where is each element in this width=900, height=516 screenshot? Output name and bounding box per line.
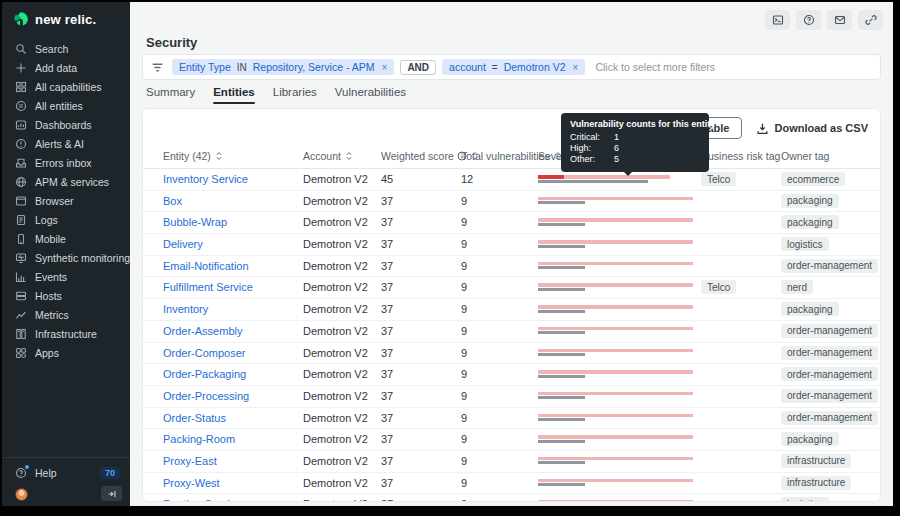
severity-bar[interactable] [538, 457, 698, 465]
severity-bar[interactable] [538, 197, 698, 205]
download-csv-button[interactable]: Download as CSV [756, 122, 868, 135]
entity-link[interactable]: Order-Processing [163, 390, 249, 402]
sidebar-item-label: Synthetic monitoring [35, 252, 130, 264]
events-icon [15, 271, 27, 283]
severity-bar[interactable] [538, 479, 698, 487]
entity-link[interactable]: Delivery [163, 238, 203, 250]
user-avatar[interactable] [15, 488, 28, 501]
entity-link[interactable]: Inventory [163, 303, 208, 315]
sidebar-item-mobile[interactable]: Mobile [2, 229, 130, 248]
severity-bar[interactable] [538, 327, 698, 335]
tab-bar: SummaryEntitiesLibrariesVulnerabilities [146, 86, 406, 104]
tab-vulnerabilities[interactable]: Vulnerabilities [335, 86, 406, 104]
sidebar-item-all-entities[interactable]: All entities [2, 96, 130, 115]
severity-other-segment [538, 266, 585, 269]
synthetic-monitoring-icon [15, 252, 27, 264]
owner-tag-cell: nerd [781, 280, 813, 294]
severity-bar[interactable] [538, 370, 698, 378]
sort-icon[interactable] [345, 151, 353, 161]
entity-link[interactable]: Box [163, 195, 182, 207]
capabilities-icon [15, 81, 27, 93]
owner-tag-cell: packaging [781, 432, 839, 446]
sidebar-item-events[interactable]: Events [2, 267, 130, 286]
entity-link[interactable]: Order-Status [163, 412, 226, 424]
sidebar-item-apm-services[interactable]: APM & services [2, 172, 130, 191]
table-body: Inventory ServiceDemotron V24512Telcoeco… [143, 169, 880, 501]
entity-link[interactable]: Order-Packaging [163, 368, 246, 380]
mail-icon-button[interactable] [827, 10, 852, 30]
sidebar-collapse-button[interactable] [101, 486, 122, 501]
column-header-account[interactable]: Account [303, 150, 353, 162]
total-vulnerabilities-cell: 9 [461, 303, 467, 315]
severity-bar[interactable] [538, 218, 698, 226]
entity-link[interactable]: Proxy-East [163, 455, 217, 467]
sidebar-item-hosts[interactable]: Hosts [2, 286, 130, 305]
entity-link[interactable]: Routing-Service [163, 498, 241, 501]
entity-link[interactable]: Order-Composer [163, 347, 246, 359]
help-circle-icon [803, 14, 815, 26]
severity-bar[interactable] [538, 392, 698, 400]
severity-bar[interactable] [538, 435, 698, 443]
severity-bar[interactable] [538, 305, 698, 313]
sidebar-item-dashboards[interactable]: Dashboards [2, 115, 130, 134]
filter-placeholder[interactable]: Click to select more filters [595, 61, 715, 73]
severity-bar[interactable] [538, 414, 698, 422]
new-relic-logo[interactable]: new relic. [2, 2, 130, 35]
severity-bar[interactable] [538, 262, 698, 270]
entity-link[interactable]: Order-Assembly [163, 325, 242, 337]
filter-conjunction[interactable]: AND [400, 60, 436, 75]
entity-link[interactable]: Bubble-Wrap [163, 216, 227, 228]
entity-link[interactable]: Inventory Service [163, 173, 248, 185]
sidebar-item-browser[interactable]: Browser [2, 191, 130, 210]
sidebar-item-label: Add data [35, 62, 77, 74]
sidebar-item-synthetic-monitoring[interactable]: Synthetic monitoring [2, 248, 130, 267]
severity-bar[interactable] [538, 500, 698, 501]
table-row: Order-ComposerDemotron V2379order-manage… [143, 343, 880, 365]
filter-bar[interactable]: Entity TypeINRepository, Service - APM×A… [142, 54, 881, 80]
terminal-icon-button[interactable] [765, 10, 790, 30]
severity-other-segment [538, 201, 585, 204]
sidebar-item-metrics[interactable]: Metrics [2, 305, 130, 324]
severity-high-segment [538, 457, 693, 461]
sidebar-item-help[interactable]: Help 70 [2, 464, 130, 482]
tab-entities[interactable]: Entities [213, 86, 255, 104]
table-row: Order-PackagingDemotron V2379order-manag… [143, 364, 880, 386]
mobile-icon [15, 233, 27, 245]
sidebar-item-all-capabilities[interactable]: All capabilities [2, 77, 130, 96]
severity-bar[interactable] [538, 283, 698, 291]
sidebar-item-add-data[interactable]: Add data [2, 58, 130, 77]
sidebar-item-search[interactable]: Search [2, 39, 130, 58]
owner-tag: packaging [781, 215, 839, 229]
weighted-score-cell: 37 [381, 260, 393, 272]
sidebar-item-logs[interactable]: Logs [2, 210, 130, 229]
sort-icon[interactable] [215, 151, 223, 161]
table-row: InventoryDemotron V2379packaging [143, 299, 880, 321]
severity-other-segment [538, 396, 585, 399]
table-row: Email-NotificationDemotron V2379order-ma… [143, 256, 880, 278]
entity-link[interactable]: Proxy-West [163, 477, 220, 489]
entity-link[interactable]: Fulfillment Service [163, 281, 253, 293]
sidebar-item-infrastructure[interactable]: Infrastructure [2, 324, 130, 343]
filter-chip-entity-type[interactable]: Entity TypeINRepository, Service - APM× [172, 59, 394, 75]
severity-bar[interactable] [538, 240, 698, 248]
tab-summary[interactable]: Summary [146, 86, 195, 104]
sidebar-item-apps[interactable]: Apps [2, 343, 130, 362]
entity-link[interactable]: Packing-Room [163, 433, 235, 445]
severity-bar[interactable] [538, 175, 698, 183]
help-circle-icon-button[interactable] [796, 10, 821, 30]
remove-filter-icon[interactable]: × [382, 62, 388, 73]
filter-chip-account[interactable]: account=Demotron V2× [442, 59, 585, 75]
column-header-entity-42-[interactable]: Entity (42) [163, 150, 223, 162]
owner-tag: order-management [781, 367, 878, 381]
sidebar-item-errors-inbox[interactable]: Errors inbox [2, 153, 130, 172]
sidebar-item-alerts-ai[interactable]: Alerts & AI [2, 134, 130, 153]
tab-libraries[interactable]: Libraries [273, 86, 317, 104]
sidebar-item-label: Infrastructure [35, 328, 97, 340]
dashboards-icon [15, 119, 27, 131]
owner-tag-cell: order-management [781, 411, 878, 425]
link-icon-button[interactable] [858, 10, 883, 30]
remove-filter-icon[interactable]: × [573, 62, 579, 73]
owner-tag: infrastructure [781, 454, 851, 468]
entity-link[interactable]: Email-Notification [163, 260, 249, 272]
severity-bar[interactable] [538, 349, 698, 357]
